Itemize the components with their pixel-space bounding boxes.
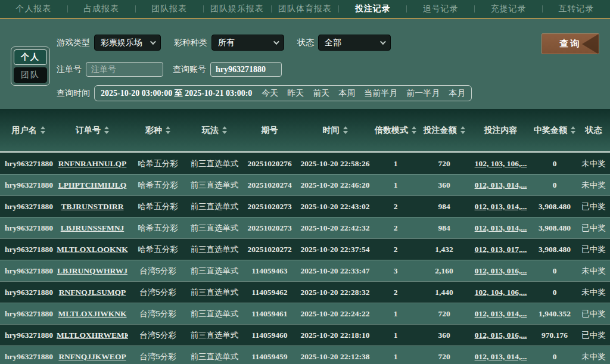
quick-range-button[interactable]: 当前半月 (364, 88, 397, 99)
sort-down-arrow (571, 131, 575, 134)
nav-tab[interactable]: 投注记录 (339, 0, 406, 18)
table-row: hry963271880TBJRUNSTDIRR哈希五分彩前三直选单式20251… (0, 195, 610, 217)
status-select[interactable]: 全部 (318, 35, 391, 51)
sort-icon (412, 126, 416, 134)
order-no-link[interactable]: MLTLOXLOOKNK (57, 245, 128, 254)
status-label: 状态 (297, 38, 314, 48)
cell-multiple: 2 (372, 245, 419, 254)
column-header[interactable]: 彩种 (128, 125, 188, 136)
quick-range-button[interactable]: 前天 (313, 88, 329, 99)
time-range-value[interactable]: 2025-10-20 03:00:00 至 2025-10-21 03:00:0 (101, 88, 252, 99)
cell-bet-amount: 1,440 (419, 288, 469, 297)
order-no-link[interactable]: LBJRUNSSFMNJ (61, 223, 125, 232)
nav-tab[interactable]: 团队报表 (136, 0, 203, 18)
sort-down-arrow (412, 131, 416, 134)
bet-content-link[interactable]: 012, 013, 014,... (475, 202, 527, 211)
query-time-label: 查询时间 (57, 88, 90, 99)
cell-time: 2025-10-20 22:28:32 (298, 288, 372, 297)
nav-tab[interactable]: 团队体育报表 (272, 0, 339, 18)
account-input[interactable] (210, 62, 282, 77)
time-range-box: 2025-10-20 03:00:00 至 2025-10-21 03:00:0… (94, 85, 472, 101)
cell-bet-amount: 1,432 (419, 245, 469, 254)
quick-range-button[interactable]: 今天 (262, 88, 278, 99)
table-row: hry963271880RNFNRAHNULQP哈希五分彩前三直选单式20251… (0, 153, 610, 174)
order-no-link[interactable]: RNFNQJLSUMQP (59, 288, 126, 297)
bet-content-link[interactable]: 012, 013, 016,... (475, 266, 527, 275)
bet-content-link[interactable]: 102, 104, 106,... (475, 288, 527, 297)
game-type-select[interactable]: 彩票娱乐场 (94, 35, 161, 51)
column-header[interactable]: 用户名 (0, 125, 57, 136)
column-header[interactable]: 投注内容 (469, 125, 532, 136)
bet-content-link[interactable]: 012, 013, 014,... (475, 223, 527, 232)
column-header[interactable]: 玩法 (188, 125, 241, 136)
cell-order-no: RNFNRAHNULQP (57, 159, 128, 169)
cell-bet-amount: 984 (419, 202, 469, 211)
order-no-link[interactable]: LBJRUNQWHRWJ (57, 266, 127, 275)
bet-content-link[interactable]: 102, 103, 106,... (475, 159, 527, 168)
cell-multiple: 2 (372, 288, 419, 297)
bet-content-link[interactable]: 012, 013, 017,... (475, 245, 527, 254)
scope-toggle-group: 个人团队 (11, 46, 50, 86)
order-no-input[interactable] (86, 62, 163, 77)
cell-play: 前三直选单式 (188, 330, 241, 341)
category-select[interactable]: 所有 (211, 35, 284, 51)
sort-icon (166, 126, 170, 134)
category-value: 所有 (218, 38, 267, 48)
cell-time: 2025-10-20 22:37:54 (298, 245, 372, 254)
cell-win-amount: 3,908.480 (532, 245, 577, 254)
cell-lottery: 哈希五分彩 (128, 180, 188, 191)
column-header[interactable]: 倍数模式 (372, 125, 419, 136)
quick-range-button[interactable]: 昨天 (287, 88, 304, 99)
order-no-label: 注单号 (57, 64, 82, 75)
sort-icon (104, 126, 109, 134)
nav-tab[interactable]: 个人报表 (0, 0, 67, 18)
sort-down-arrow (460, 131, 465, 134)
nav-tab[interactable]: 占成报表 (68, 0, 135, 18)
cell-issue: 114059460 (241, 331, 298, 340)
cell-play: 前三直选单式 (188, 201, 241, 212)
order-no-link[interactable]: MLTLOXJIWKNK (58, 309, 126, 318)
column-header[interactable]: 状态 (577, 125, 610, 136)
scope-button[interactable]: 团队 (14, 67, 47, 83)
bet-content-link[interactable]: 012, 013, 014,... (475, 309, 527, 318)
nav-tab[interactable]: 充提记录 (475, 0, 542, 18)
column-header[interactable]: 订单号 (57, 125, 128, 136)
table-header: 用户名订单号彩种玩法期号时间倍数模式投注金额投注内容中奖金额状态 (0, 109, 610, 153)
sort-icon (41, 126, 45, 134)
order-no-link[interactable]: RNFNQJJKWEOP (58, 352, 126, 361)
order-no-link[interactable]: LPHPTCHMHJLQ (58, 181, 127, 189)
cell-time: 2025-10-20 22:33:47 (298, 266, 372, 276)
column-header[interactable]: 投注金额 (419, 125, 469, 136)
order-no-link[interactable]: TBJRUNSTDIRR (61, 202, 123, 211)
cell-issue: 114059461 (241, 309, 298, 319)
search-button[interactable]: 查询 (541, 33, 599, 54)
bet-content-link[interactable]: 012, 015, 016,... (475, 331, 527, 340)
sort-icon (571, 126, 575, 134)
quick-range-button[interactable]: 本月 (449, 88, 465, 99)
cell-username: hry963271880 (0, 223, 57, 233)
cell-bet-amount: 720 (419, 309, 469, 319)
sort-down-arrow (166, 131, 170, 134)
column-header[interactable]: 中奖金额 (532, 125, 577, 136)
cell-issue: 114059462 (241, 288, 298, 297)
order-no-link[interactable]: RNFNRAHNULQP (58, 159, 127, 168)
column-header[interactable]: 期号 (241, 125, 298, 136)
cell-status: 未中奖 (577, 158, 610, 169)
cell-username: hry963271880 (0, 288, 57, 297)
nav-tab[interactable]: 团队娱乐报表 (204, 0, 271, 18)
column-header[interactable]: 时间 (298, 125, 372, 136)
chevron-down-icon (273, 39, 279, 45)
bet-content-link[interactable]: 012, 013, 014,... (475, 181, 527, 189)
cell-username: hry963271880 (0, 202, 57, 211)
nav-tab[interactable]: 互转记录 (543, 0, 610, 18)
scope-button[interactable]: 个人 (14, 49, 47, 65)
bet-content-link[interactable]: 012, 013, 014,... (475, 352, 527, 361)
nav-tab[interactable]: 追号记录 (407, 0, 474, 18)
cell-username: hry963271880 (0, 181, 57, 190)
cell-win-amount: 0 (532, 288, 577, 297)
quick-range-button[interactable]: 本周 (338, 88, 355, 99)
cell-order-no: TBJRUNSTDIRR (57, 202, 128, 211)
quick-range-button[interactable]: 前一半月 (406, 88, 440, 99)
cell-order-no: MLTLOXJIWKNK (57, 309, 128, 319)
order-no-link[interactable]: MLTLOXHRWEMK (57, 331, 128, 340)
